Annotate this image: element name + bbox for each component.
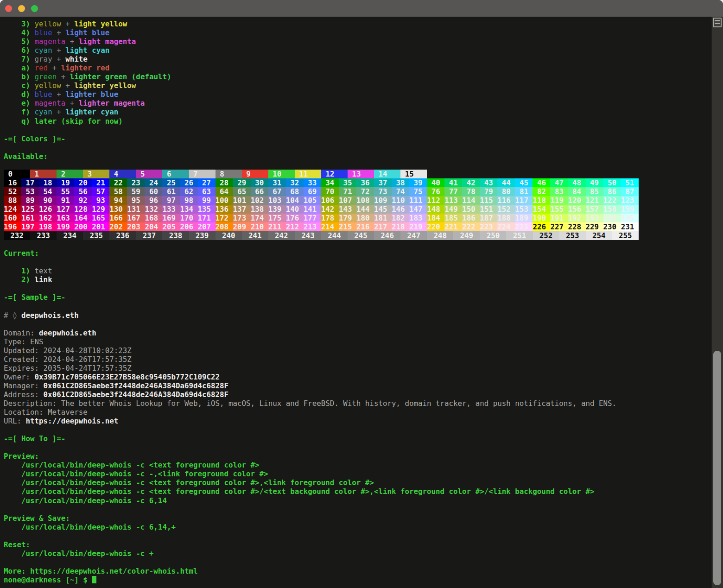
titlebar[interactable]	[0, 0, 723, 17]
palette-cell: 34	[321, 178, 339, 187]
preview-command-3: /usr/local/bin/deep-whois -c <text foreg…	[4, 478, 648, 487]
palette-cell: 110	[392, 196, 409, 205]
palette-cell: 8	[216, 170, 242, 178]
palette-cell: 111	[409, 196, 427, 205]
palette-cell: 85	[586, 187, 603, 196]
palette-cell: 192	[568, 214, 586, 222]
colors-section-header: -=[ Colors ]=-	[4, 134, 648, 143]
palette-cell: 223	[480, 222, 497, 231]
field-description: Description: The better Whois Lookup for…	[4, 399, 648, 408]
palette-cell: 129	[92, 205, 109, 214]
palette-cell: 210	[251, 222, 268, 231]
palette-cell: 121	[586, 196, 603, 205]
palette-cell: 150	[462, 205, 480, 214]
palette-cell: 178	[321, 214, 339, 222]
palette-cell: 217	[374, 222, 392, 231]
palette-cell: 59	[127, 187, 145, 196]
palette-cell: 243	[295, 231, 321, 240]
palette-cell: 176	[286, 214, 304, 222]
palette-cell: 227	[550, 222, 568, 231]
palette-cell: 181	[374, 214, 392, 222]
palette-cell: 107	[339, 196, 356, 205]
palette-cell: 230	[603, 222, 621, 231]
palette-cell: 139	[268, 205, 286, 214]
terminal-content: 3) yellow + light yellow 4) blue + light…	[4, 19, 648, 584]
palette-cell: 22	[109, 178, 127, 187]
palette-cell: 17	[21, 178, 39, 187]
palette-cell: 158	[603, 205, 621, 214]
blank-line	[4, 558, 648, 567]
palette-cell: 39	[409, 178, 427, 187]
palette-cell: 24	[145, 178, 162, 187]
field-domain: Domain: deepwhois.eth	[4, 329, 648, 337]
palette-cell: 95	[127, 196, 145, 205]
more-link: More: https://deepwhois.net/color-whois.…	[4, 567, 648, 575]
palette-cell: 145	[374, 205, 392, 214]
palette-cell: 91	[57, 196, 74, 205]
palette-cell: 172	[216, 214, 233, 222]
palette-cell: 102	[251, 196, 268, 205]
palette-cell: 146	[392, 205, 409, 214]
palette-cell: 19	[57, 178, 74, 187]
palette-cell: 2	[57, 170, 83, 178]
available-label: Available:	[4, 152, 648, 161]
palette-cell: 214	[321, 222, 339, 231]
palette-cell: 20	[74, 178, 92, 187]
palette-cell: 109	[374, 196, 392, 205]
palette-cell: 194	[603, 214, 621, 222]
palette-cell: 115	[480, 196, 497, 205]
palette-cell: 155	[550, 205, 568, 214]
palette-cell: 218	[392, 222, 409, 231]
palette-cell: 99	[198, 196, 216, 205]
zoom-button[interactable]	[31, 5, 38, 12]
palette-cell: 98	[180, 196, 197, 205]
palette-cell: 193	[586, 214, 603, 222]
preview-command-4: /usr/local/bin/deep-whois -c <text foreg…	[4, 487, 648, 496]
palette-cell: 87	[621, 187, 639, 196]
palette-cell: 92	[74, 196, 92, 205]
palette-cell: 43	[480, 178, 497, 187]
palette-cell: 190	[533, 214, 550, 222]
blank-line	[4, 143, 648, 152]
palette-cell: 62	[180, 187, 197, 196]
palette-cell: 44	[497, 178, 515, 187]
palette-cell: 37	[374, 178, 392, 187]
palette-cell: 124	[4, 205, 21, 214]
blank-line	[4, 425, 648, 434]
palette-cell: 144	[356, 205, 374, 214]
palette-cell: 29	[233, 178, 251, 187]
blank-line	[4, 258, 648, 266]
palette-cell: 224	[497, 222, 515, 231]
palette-cell: 3	[83, 170, 109, 178]
palette-cell: 174	[251, 214, 268, 222]
palette-cell: 78	[462, 187, 480, 196]
palette-cell: 94	[109, 196, 127, 205]
palette-cell: 72	[356, 187, 374, 196]
blank-line	[4, 126, 648, 134]
palette-cell: 233	[30, 231, 57, 240]
palette-cell: 165	[92, 214, 109, 222]
palette-cell: 119	[550, 196, 568, 205]
palette-cell: 69	[304, 187, 321, 196]
palette-cell: 246	[374, 231, 400, 240]
palette-cell: 179	[339, 214, 356, 222]
palette-cell: 134	[180, 205, 197, 214]
scrollbar-thumb[interactable]	[713, 351, 721, 585]
palette-cell: 52	[4, 187, 21, 196]
menu-option-q: q) later (skip for now)	[4, 117, 648, 126]
scrollbar-track[interactable]	[711, 17, 723, 588]
palette-cell: 234	[57, 231, 83, 240]
field-manager: Manager: 0x061C2D865aebe3f2448de246A384D…	[4, 381, 648, 390]
palette-cell: 251	[506, 231, 533, 240]
blank-line	[4, 284, 648, 293]
minimize-button[interactable]	[18, 5, 25, 12]
close-button[interactable]	[5, 5, 12, 12]
palette-cell: 249	[453, 231, 480, 240]
palette-cell: 220	[427, 222, 444, 231]
palette-cell: 114	[462, 196, 480, 205]
field-location: Location: Metaverse	[4, 408, 648, 417]
menu-option-b: b) green + lighter green (default)	[4, 72, 648, 81]
palette-cell: 167	[127, 214, 145, 222]
palette-cell: 117	[515, 196, 533, 205]
preview-save-label: Preview & Save:	[4, 514, 648, 523]
